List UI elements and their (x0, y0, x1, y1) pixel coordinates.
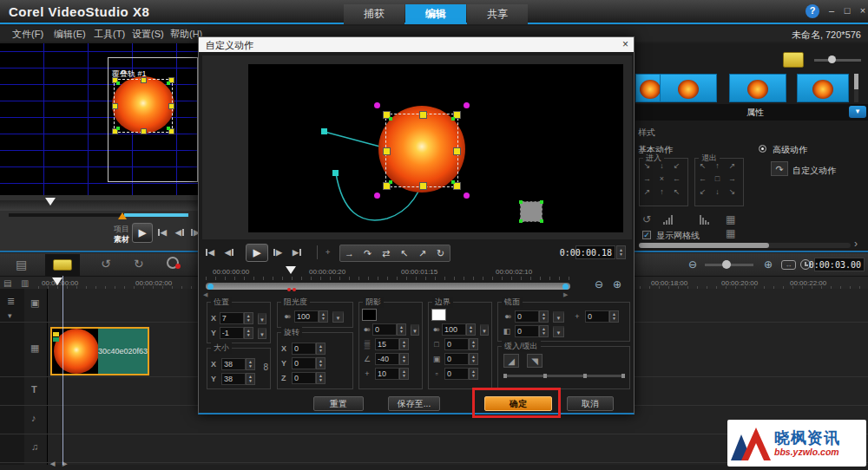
ease-strength-slider[interactable] (503, 375, 625, 377)
dlg-next-frame-button[interactable]: ▶ (273, 248, 282, 257)
overlay-selection-box[interactable] (114, 79, 173, 133)
rotate-handle[interactable] (374, 193, 380, 199)
enter-dir-button[interactable]: → (640, 172, 654, 185)
props-scrollbar[interactable] (639, 243, 851, 248)
ease-curve-button[interactable]: ▼ (332, 311, 344, 323)
menu-file[interactable]: 文件(F) (12, 28, 43, 41)
position-x-spinner[interactable]: ▲▼ (220, 312, 253, 324)
dlg-prev-frame-button[interactable]: ◀ (225, 248, 233, 257)
thumbnail-size-slider[interactable] (814, 59, 861, 62)
library-thumbnail[interactable] (729, 74, 786, 102)
selection-handle[interactable] (453, 147, 461, 155)
corner-handle[interactable] (389, 117, 392, 121)
current-keyframe-dot[interactable] (293, 288, 296, 291)
ease-curve-button[interactable]: ▼ (258, 313, 266, 324)
mirror-fade-spinner[interactable]: ▲▼ (515, 325, 549, 337)
corner-handle[interactable] (389, 180, 392, 184)
add-keyframe-button[interactable]: + (326, 248, 330, 257)
motion-tool-rotate[interactable]: ↷ (358, 245, 377, 261)
motion-tool-swap[interactable]: ⇄ (377, 245, 395, 261)
grid-option-icon[interactable]: ▦ (726, 227, 735, 239)
panel-collapse-button[interactable]: ▾ (849, 106, 866, 118)
dlg-zoom-out-icon[interactable]: ⊖ (595, 278, 603, 290)
size-y-spinner[interactable]: ▲▼ (221, 373, 255, 385)
music-track-icon[interactable]: ♫ (31, 441, 38, 452)
cancel-button[interactable]: 取消 (567, 396, 614, 411)
thumbnail-size-knob[interactable] (828, 55, 836, 63)
advanced-motion-label[interactable]: 高级动作 (773, 144, 807, 156)
shadow-distance-spinner[interactable]: ▲▼ (375, 368, 409, 380)
dlg-timecode-spinner[interactable]: ▲▼ (616, 245, 626, 259)
timeline-zoom-in-icon[interactable]: ⊕ (764, 258, 773, 271)
current-keyframe-dot[interactable] (287, 288, 291, 291)
ease-curve-button[interactable]: ▼ (480, 324, 489, 336)
end-keyframe-box[interactable] (520, 201, 542, 222)
library-scrollbar-thumb[interactable] (854, 74, 858, 89)
reset-button[interactable]: 重置 (313, 396, 364, 411)
dlg-end-button[interactable]: ▶ (293, 248, 301, 257)
corner-handle[interactable] (167, 127, 170, 130)
keyframe-node[interactable] (321, 128, 327, 134)
mirror-opacity-spinner[interactable]: ▲▼ (515, 310, 549, 323)
enter-dir-button[interactable]: ↑ (654, 185, 669, 198)
help-icon[interactable]: ? (806, 4, 819, 18)
overlay-clip[interactable]: 30c40e020f63 (50, 327, 149, 375)
border-soft-spinner[interactable]: ▲▼ (444, 353, 478, 365)
rotate-handle[interactable] (464, 102, 470, 108)
custom-motion-icon[interactable]: ↷ (771, 161, 788, 176)
ease-curve-button[interactable]: ▼ (553, 311, 564, 323)
fit-timeline-icon[interactable]: ↔ (781, 260, 796, 270)
enter-dir-button[interactable]: ↗ (640, 185, 654, 198)
timeline-playhead[interactable] (62, 276, 63, 465)
ease-out-bars-icon[interactable] (700, 215, 709, 225)
timeline-view-button[interactable] (45, 254, 80, 276)
ease-in-button[interactable]: ◢ (503, 354, 519, 368)
trim-handle[interactable] (118, 208, 127, 219)
ease-curve-button[interactable]: ▼ (411, 324, 419, 336)
start-keyframe-dot[interactable] (207, 284, 214, 290)
library-thumbnail[interactable] (660, 74, 717, 102)
corner-handle[interactable] (451, 117, 455, 121)
dlg-scroll-left[interactable]: ◀ (203, 291, 207, 298)
motion-tool-move-out[interactable]: ↗ (413, 245, 431, 261)
exit-dir-button[interactable]: ← (695, 172, 710, 185)
menu-edit[interactable]: 编辑(E) (54, 28, 86, 41)
ease-out-button[interactable]: ◥ (527, 354, 542, 368)
preview-play-button[interactable]: ▶ (132, 223, 153, 243)
voice-track-icon[interactable]: ♪ (31, 413, 36, 423)
dlg-zoom-in-icon[interactable]: ⊕ (613, 278, 621, 290)
dialog-close-icon[interactable]: × (622, 38, 628, 50)
track-options-icon[interactable]: ▥ (21, 278, 29, 288)
custom-motion-button[interactable]: 自定义动作 (792, 165, 836, 177)
tab-edit[interactable]: 编辑 (405, 4, 466, 24)
border-opacity-spinner[interactable]: ▲▼ (442, 323, 476, 336)
props-scrollbar-thumb[interactable] (639, 243, 769, 248)
ease-curve-button[interactable]: ▼ (258, 328, 266, 339)
library-view-button[interactable] (783, 52, 804, 68)
motion-tool-loop[interactable]: ↻ (431, 245, 450, 261)
link-xy-icon[interactable]: 8 (263, 362, 268, 372)
corner-handle[interactable] (167, 82, 170, 85)
shadow-blur-spinner[interactable]: ▲▼ (375, 338, 409, 350)
rotate-handle[interactable] (464, 193, 470, 199)
preview-home-button[interactable]: ◀ (158, 228, 167, 237)
exit-dir-button[interactable]: ↘ (725, 185, 740, 198)
exit-dir-button[interactable]: → (725, 172, 740, 185)
undo-icon[interactable]: ↺ (101, 257, 111, 271)
border-width-spinner[interactable]: ▲▼ (444, 338, 478, 350)
selection-handle[interactable] (168, 103, 174, 109)
hscroll-left-icon[interactable]: ◀ (50, 460, 55, 467)
ease-curve-button[interactable]: ▼ (553, 326, 564, 337)
exit-dir-button[interactable]: ↙ (695, 185, 710, 198)
tab-share[interactable]: 共享 (467, 4, 528, 24)
selection-handle[interactable] (383, 147, 391, 155)
restore-button[interactable]: □ (840, 4, 854, 18)
exit-dir-button[interactable]: ↓ (710, 185, 725, 198)
enter-dir-button[interactable]: × (654, 172, 669, 185)
dlg-home-button[interactable]: ◀ (206, 248, 214, 257)
show-grid-label[interactable]: 显示网格线 (656, 230, 700, 242)
motion-canvas[interactable] (248, 64, 623, 232)
preview-prev-frame-button[interactable]: ◀ (175, 228, 184, 237)
menu-settings[interactable]: 设置(S) (132, 28, 164, 41)
enter-dir-button[interactable]: ← (669, 172, 684, 185)
